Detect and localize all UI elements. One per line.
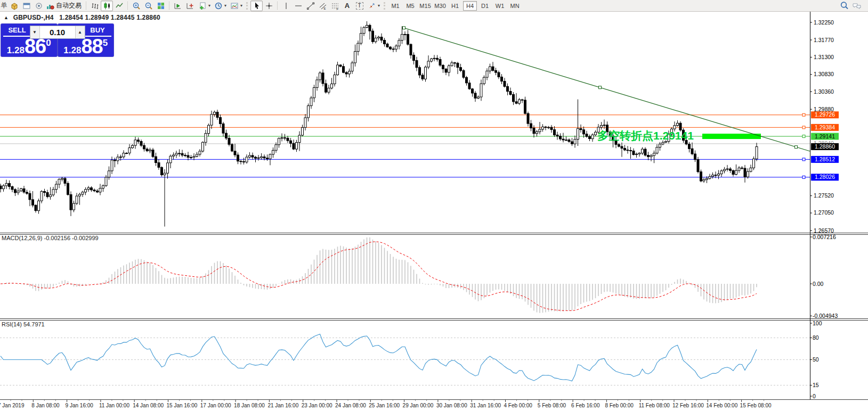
arrows-tool-icon[interactable] [366,1,378,11]
svg-text:4 Feb 00:00: 4 Feb 00:00 [504,403,533,408]
svg-text:15: 15 [813,382,819,388]
chart-ohlc-values: 1.28454 1.28949 1.28445 1.28860 [59,14,160,21]
autotrading-icon[interactable] [45,1,55,11]
svg-text:6 Feb 16:00: 6 Feb 16:00 [571,403,600,408]
templates-caret[interactable]: ▾ [240,3,242,8]
tf-w1[interactable]: W1 [493,1,507,11]
svg-text:80: 80 [813,334,819,341]
candlestick-chart-icon[interactable] [101,1,113,11]
tf-m30[interactable]: M30 [433,1,447,11]
tf-d1[interactable]: D1 [478,1,492,11]
periods-caret[interactable]: ▾ [224,3,226,8]
signal-icon[interactable] [33,1,45,11]
channel-letter: E [323,7,326,10]
toolbar-separator [277,2,278,10]
svg-text:30 Jan 08:00: 30 Jan 08:00 [436,403,467,408]
zoom-in-icon[interactable] [130,1,142,11]
new-order-button-cutoff[interactable]: 单 [0,1,8,11]
svg-text:0: 0 [813,393,816,399]
sell-price-pip: 0 [46,38,51,48]
svg-text:-0.004943: -0.004943 [813,313,838,319]
volume-input[interactable] [40,26,75,38]
highlight-level-bar [702,134,761,139]
tile-windows-icon[interactable] [155,1,167,11]
svg-text:11 Jan 00:00: 11 Jan 00:00 [99,403,130,408]
volume-control: ▼ ▲ [30,26,85,39]
svg-text:14 Feb 00:00: 14 Feb 00:00 [706,403,737,408]
zoom-out-icon[interactable] [142,1,155,11]
svg-text:1.32250: 1.32250 [814,19,834,26]
volume-decrease-button[interactable]: ▼ [30,26,40,38]
fibo-letter: F [336,7,338,10]
toolbar: 单 自动交易 [0,0,868,12]
arrows-caret[interactable]: ▾ [378,3,380,8]
svg-text:8 Jan 08:00: 8 Jan 08:00 [31,403,60,408]
svg-text:1.29384: 1.29384 [815,124,835,130]
svg-text:29 Jan 00:00: 29 Jan 00:00 [403,403,434,408]
toolbar-separator [169,2,169,10]
market-watch-icon[interactable] [20,1,33,11]
sell-price: 1.28860 [1,37,57,56]
label-tool-icon[interactable]: T [353,1,366,11]
svg-text:18 Jan 08:00: 18 Jan 08:00 [234,403,265,408]
rsi-value: 54.7971 [23,321,45,327]
auto-scroll-icon[interactable] [172,1,184,11]
tf-h1[interactable]: H1 [448,1,462,11]
channel-tool-icon[interactable]: E [317,1,329,11]
tf-m15[interactable]: M15 [418,1,432,11]
tf-m1[interactable]: M1 [388,1,402,11]
svg-text:1.30360: 1.30360 [814,88,834,95]
svg-text:12 Feb 16:00: 12 Feb 16:00 [672,403,704,408]
chart-symbol-period: GBPUSD-,H4 [13,14,54,21]
svg-text:5 Feb 08:00: 5 Feb 08:00 [538,403,566,408]
svg-text:17 Jan 00:00: 17 Jan 00:00 [200,403,231,408]
svg-text:1.28512: 1.28512 [815,156,835,162]
periods-clock-icon[interactable] [212,1,224,11]
annotation-text: 多空转折点1.29141 [597,129,694,142]
add-indicator-icon[interactable] [196,1,208,11]
macd-label: MACD(12,26,9) -0.002156 -0.002999 [2,235,99,241]
rsi-name: RSI(14) [2,321,22,327]
svg-text:8 Feb 00:00: 8 Feb 00:00 [605,403,634,408]
one-click-trading-panel: SELL 1.28860 BUY 1.28885 ▼ ▲ [1,24,113,56]
svg-text:9 Jan 16:00: 9 Jan 16:00 [66,403,94,408]
svg-text:1.28860: 1.28860 [815,143,835,150]
tf-mn[interactable]: MN [508,1,522,11]
chart-shift-icon[interactable] [184,1,196,11]
fibonacci-tool-icon[interactable]: F [329,1,341,11]
search-icon[interactable] [838,1,850,11]
svg-text:1.31300: 1.31300 [814,54,834,60]
trendline-tool-icon[interactable] [304,1,317,11]
text-tool-icon[interactable]: A [341,1,353,11]
mt4-window: 单 自动交易 [0,0,868,410]
svg-text:24 Jan 08:00: 24 Jan 08:00 [335,403,366,408]
bar-chart-icon[interactable] [88,1,101,11]
chat-icon[interactable] [850,1,863,11]
autotrading-button[interactable]: 自动交易 [56,1,82,10]
toolbar-grip[interactable] [246,2,248,10]
cursor-icon[interactable] [250,1,263,11]
add-indicator-caret[interactable]: ▾ [208,3,210,8]
line-chart-icon[interactable] [113,1,125,11]
toolbar-grip[interactable] [384,2,386,10]
expand-triangle-icon[interactable]: ▲ [4,15,9,20]
templates-icon[interactable] [228,1,240,11]
svg-text:1.28026: 1.28026 [815,174,835,180]
volume-increase-button[interactable]: ▲ [75,26,85,38]
svg-text:31 Jan 16:00: 31 Jan 16:00 [470,403,501,408]
svg-text:50: 50 [813,356,819,363]
tf-m5[interactable]: M5 [403,1,417,11]
horizontal-line-tool-icon[interactable] [292,1,304,11]
current-price-label: 1.28860 [811,143,839,150]
vertical-line-tool-icon[interactable] [280,1,292,11]
svg-text:1.27520: 1.27520 [814,192,834,199]
crosshair-icon[interactable] [263,1,275,11]
briefcase-icon[interactable] [8,1,20,11]
svg-text:0.00: 0.00 [813,281,824,287]
tf-h4-active[interactable]: H4 [463,1,477,11]
toolbar-separator [127,2,128,10]
chart-canvas[interactable]: 多空转折点1.291411.322501.317701.313001.30830… [0,0,868,410]
svg-text:14 Jan 08:00: 14 Jan 08:00 [133,403,164,408]
rsi-label: RSI(14) 54.7971 [2,321,45,327]
buy-price: 1.28885 [58,37,114,56]
